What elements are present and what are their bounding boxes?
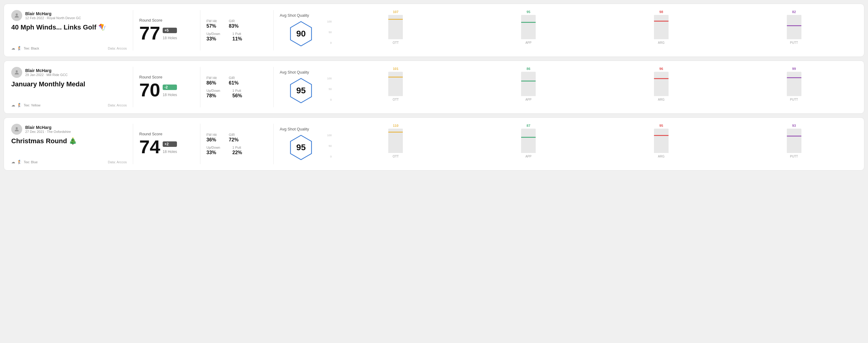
stat-fw-hit: FW Hit 36% (207, 133, 217, 143)
round-card-2: Blair McHarg 29 Jan 2022 · Mill Ride GCC… (4, 61, 864, 114)
player-name: Blair McHarg (25, 125, 71, 130)
weather-icon: ☁ (11, 160, 15, 164)
fw-hit-label: FW Hit (207, 133, 217, 136)
score-label: Round Score (139, 75, 194, 80)
fw-hit-value: 86% (207, 80, 217, 86)
section-divider (133, 67, 133, 107)
player-header: Blair McHarg 29 Jan 2022 · Mill Ride GCC (11, 67, 127, 78)
stat-row-top: FW Hit 36% GIR 72% (207, 133, 267, 143)
section-divider (133, 124, 133, 164)
svg-point-4 (16, 127, 18, 129)
person-icon (14, 126, 20, 132)
avatar (11, 10, 22, 21)
chart-bar-group: 99 PUTT (731, 67, 857, 101)
stat-updown: Up/Down 33% (207, 146, 220, 155)
avatar (11, 67, 22, 78)
bag-icon: 🏌 (17, 160, 22, 164)
updown-label: Up/Down (207, 89, 220, 92)
score-number: 74 (139, 137, 160, 156)
data-source: Data: Arccos (108, 103, 127, 107)
player-date-course: 29 Jan 2022 · Mill Ride GCC (25, 73, 67, 76)
stats-section: FW Hit 86% GIR 61% Up/Down 78% 1 Putt 56… (207, 67, 267, 107)
chart-bar-group: 95 ARG (599, 124, 724, 158)
section-divider-2 (200, 124, 200, 164)
chart-bar-group: 96 ARG (599, 67, 724, 101)
round-title: January Monthly Medal (11, 80, 127, 88)
stat-gir: GIR 61% (229, 76, 239, 86)
score-badge: -2 (163, 85, 177, 90)
person-icon (14, 69, 20, 75)
left-section: Blair McHarg 27 Dec 2021 · The Oxfordshi… (11, 124, 127, 164)
updown-value: 33% (207, 36, 220, 42)
score-label: Round Score (139, 132, 194, 136)
hex-score: 95 (296, 143, 306, 152)
tee-label: Tee: Blue (24, 160, 38, 164)
holes-text: 18 Holes (163, 36, 177, 40)
player-header: Blair McHarg 12 Feb 2022 · Royal North D… (11, 10, 127, 21)
section-divider-3 (273, 124, 274, 164)
chart-section: 100 50 0 110 OTT 87 APP (322, 124, 857, 164)
stat-oneputt: 1 Putt 11% (232, 32, 242, 42)
svg-point-0 (16, 13, 18, 15)
score-row: 74 +2 18 Holes (139, 137, 194, 156)
round-title: 40 Mph Winds... Links Golf 🪁 (11, 23, 127, 31)
chart-section: 100 50 0 101 OTT 86 APP (322, 67, 857, 107)
gir-value: 61% (229, 80, 239, 86)
score-section: Round Score 70 -2 18 Holes (139, 67, 194, 107)
bag-icon: 🏌 (17, 103, 22, 107)
quality-section: Avg Shot Quality 90 (280, 10, 322, 51)
chart-bar-group: 110 OTT (333, 124, 459, 158)
chart-bar-group: 93 PUTT (731, 124, 857, 158)
score-label: Round Score (139, 18, 194, 23)
fw-hit-value: 36% (207, 137, 217, 143)
quality-section: Avg Shot Quality 95 (280, 124, 322, 164)
chart-bar-group: 82 PUTT (731, 10, 857, 44)
tee-label: Tee: Yellow (24, 103, 40, 107)
player-name: Blair McHarg (25, 11, 81, 16)
stat-row-top: FW Hit 86% GIR 61% (207, 76, 267, 86)
round-title: Christmas Round 🎄 (11, 137, 127, 145)
round-card-3: Blair McHarg 27 Dec 2021 · The Oxfordshi… (4, 117, 864, 170)
bag-icon: 🏌 (17, 46, 22, 51)
quality-label: Avg Shot Quality (280, 70, 309, 74)
chart-bar-group: 87 APP (466, 124, 591, 158)
chart-section: 100 50 0 107 OTT 95 APP (322, 10, 857, 51)
chart-bar-group: 86 APP (466, 67, 591, 101)
score-section: Round Score 77 +5 18 Holes (139, 10, 194, 51)
footer-row: ☁ 🏌 Tee: Blue Data: Arccos (11, 160, 127, 164)
score-number: 70 (139, 81, 160, 99)
person-icon (14, 12, 20, 19)
gir-value: 83% (229, 23, 239, 29)
tee-info: ☁ 🏌 Tee: Black (11, 46, 39, 51)
weather-icon: ☁ (11, 46, 15, 51)
quality-label: Avg Shot Quality (280, 127, 309, 131)
score-number: 77 (139, 24, 160, 42)
stat-fw-hit: FW Hit 86% (207, 76, 217, 86)
gir-label: GIR (229, 19, 239, 23)
updown-label: Up/Down (207, 32, 220, 36)
quality-section: Avg Shot Quality 95 (280, 67, 322, 107)
section-divider-3 (273, 67, 274, 107)
stat-oneputt: 1 Putt 22% (232, 146, 242, 155)
score-row: 70 -2 18 Holes (139, 81, 194, 99)
updown-value: 78% (207, 93, 220, 98)
player-date-course: 27 Dec 2021 · The Oxfordshire (25, 130, 71, 133)
player-info: Blair McHarg 29 Jan 2022 · Mill Ride GCC (25, 68, 67, 76)
hexagon-container: 90 (287, 20, 315, 48)
hexagon-container: 95 (287, 77, 315, 104)
stat-gir: GIR 72% (229, 133, 239, 143)
gir-label: GIR (229, 76, 239, 80)
stat-row-bottom: Up/Down 33% 1 Putt 22% (207, 146, 267, 155)
section-divider-3 (273, 10, 274, 51)
avatar (11, 124, 22, 135)
player-info: Blair McHarg 12 Feb 2022 · Royal North D… (25, 11, 81, 20)
gir-value: 72% (229, 137, 239, 143)
oneputt-label: 1 Putt (232, 32, 242, 36)
stats-section: FW Hit 36% GIR 72% Up/Down 33% 1 Putt 22… (207, 124, 267, 164)
section-divider-2 (200, 67, 200, 107)
svg-point-2 (16, 70, 18, 72)
section-divider (133, 10, 133, 51)
data-source: Data: Arccos (108, 46, 127, 50)
stat-fw-hit: FW Hit 57% (207, 19, 217, 29)
round-card-1: Blair McHarg 12 Feb 2022 · Royal North D… (4, 4, 864, 57)
